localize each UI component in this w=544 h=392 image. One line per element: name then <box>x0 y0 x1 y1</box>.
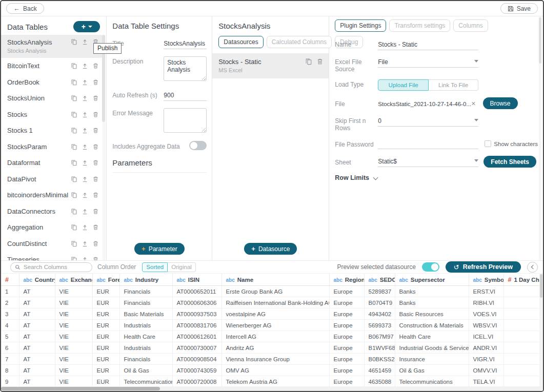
column-header[interactable]: abcSEDOL <box>364 274 395 286</box>
trash-icon[interactable] <box>92 95 99 101</box>
list-item[interactable]: DataConnectors <box>1 203 102 220</box>
copy-icon[interactable] <box>71 159 77 166</box>
list-item[interactable]: Aggregation <box>1 219 102 236</box>
column-header[interactable]: abcCountry <box>19 274 55 286</box>
copy-icon[interactable] <box>71 192 77 198</box>
tab-columns[interactable]: Columns <box>453 19 488 32</box>
column-header[interactable]: abcName <box>221 274 329 286</box>
publish-icon[interactable] <box>82 143 88 150</box>
table-row[interactable]: 4ATVIEEURIndustrialsAT0000831706Wienerbe… <box>1 320 543 331</box>
column-header[interactable]: abcIndustry <box>119 274 172 286</box>
back-button[interactable]: ← Back <box>6 3 44 14</box>
collapse-preview-button[interactable] <box>527 262 538 273</box>
trash-icon[interactable] <box>92 127 99 134</box>
publish-icon[interactable] <box>82 208 88 215</box>
add-data-table-button[interactable]: + <box>73 21 100 32</box>
publish-icon[interactable] <box>82 79 88 86</box>
copy-icon[interactable] <box>71 208 77 215</box>
publish-icon[interactable] <box>82 127 88 134</box>
publish-icon[interactable] <box>82 240 88 247</box>
add-parameter-button[interactable]: + Parameter <box>134 243 185 255</box>
publish-icon[interactable] <box>82 95 88 101</box>
tab-plugin-settings[interactable]: Plugin Settings <box>335 19 386 32</box>
copy-icon[interactable] <box>71 111 77 118</box>
show-characters-checkbox[interactable] <box>485 140 491 147</box>
add-datasource-button[interactable]: + Datasource <box>244 243 297 255</box>
column-header[interactable]: abcISIN <box>172 274 221 286</box>
publish-icon[interactable] <box>82 224 88 231</box>
column-order-sorted[interactable]: Sorted <box>142 262 168 272</box>
list-item[interactable]: StocksAnalysisStocks Analysis <box>1 35 102 58</box>
list-item[interactable]: Timeseries <box>1 252 102 261</box>
list-item[interactable]: CountDistinct <box>1 236 102 252</box>
aggregate-toggle[interactable] <box>189 141 207 150</box>
copy-icon[interactable] <box>71 176 77 182</box>
copy-icon[interactable] <box>305 58 312 65</box>
table-row[interactable]: 3ATVIEEURBasic MaterialsAT0000937503voes… <box>1 308 543 320</box>
list-item[interactable]: Stocks 1 <box>1 122 102 139</box>
column-order-original[interactable]: Original <box>168 262 196 272</box>
list-scrollbar[interactable] <box>103 35 106 261</box>
datasource-item[interactable]: Stocks - Static MS Excel <box>212 53 329 78</box>
trash-icon[interactable] <box>316 58 324 65</box>
trash-icon[interactable] <box>92 192 99 198</box>
table-row[interactable]: 9ATVIEEURTelecommunicationsAT0000720008T… <box>1 376 543 387</box>
column-header[interactable]: abcSymbol <box>469 274 503 286</box>
list-item[interactable]: DataPivot <box>1 171 102 188</box>
column-header[interactable]: #1 Day Chan <box>503 274 543 286</box>
copy-icon[interactable] <box>71 224 77 231</box>
list-item[interactable]: Dataformat <box>1 155 102 171</box>
resize-grip-icon[interactable] <box>202 76 206 80</box>
publish-icon[interactable] <box>82 63 88 69</box>
trash-icon[interactable] <box>92 176 99 182</box>
table-row[interactable]: 7ATVIEEURFinancialsAT0000908504Vienna In… <box>1 354 543 365</box>
column-header[interactable]: abcForex <box>92 274 119 286</box>
trash-icon[interactable] <box>92 224 99 231</box>
save-button[interactable]: Save <box>500 3 538 14</box>
tab-datasources[interactable]: Datasources <box>218 36 263 48</box>
copy-icon[interactable] <box>71 63 77 69</box>
trash-icon[interactable] <box>92 208 99 215</box>
title-input[interactable] <box>164 39 207 49</box>
fetch-sheets-button[interactable]: Fetch Sheets <box>483 156 536 168</box>
table-row[interactable]: 2ATVIEEURFinancialsAT0000606306Raiffeise… <box>1 297 543 308</box>
column-header[interactable]: abcSupersector <box>395 274 469 286</box>
table-row[interactable]: 1ATVIEEURFinancialsAT0000652011Erste Gro… <box>1 286 543 297</box>
copy-icon[interactable] <box>71 127 77 134</box>
copy-icon[interactable] <box>71 79 77 86</box>
list-item[interactable]: Stocks <box>1 107 102 123</box>
resize-grip-icon[interactable] <box>202 128 206 132</box>
trash-icon[interactable] <box>92 111 99 118</box>
search-columns-input[interactable] <box>24 264 88 270</box>
publish-icon[interactable] <box>82 159 88 166</box>
publish-icon[interactable] <box>82 111 88 118</box>
table-row[interactable]: 8ATVIEEUROil & GasAT0000743059OMV AGEuro… <box>1 365 543 376</box>
browse-button[interactable]: Browse <box>483 97 518 109</box>
copy-icon[interactable] <box>71 143 77 150</box>
trash-icon[interactable] <box>92 159 99 166</box>
list-item[interactable]: StocksUnion <box>1 90 102 107</box>
trash-icon[interactable] <box>92 143 99 150</box>
trash-icon[interactable] <box>92 79 99 86</box>
list-item[interactable]: bitcoinordersMinimal <box>1 187 102 203</box>
column-header[interactable]: # <box>1 274 19 286</box>
tab-transform-settings[interactable]: Transform settings <box>389 19 450 32</box>
row-limits-toggle[interactable]: Row Limits <box>335 174 538 181</box>
trash-icon[interactable] <box>92 63 99 69</box>
refresh-preview-button[interactable]: ↺ Refresh Preview <box>446 261 521 273</box>
preview-datasource-toggle[interactable] <box>422 262 439 272</box>
trash-icon[interactable] <box>92 240 99 247</box>
tab-calculated-columns[interactable]: Calculated Columns <box>267 36 332 48</box>
grid-horizontal-scrollbar[interactable] <box>1 386 543 391</box>
name-input[interactable] <box>378 40 478 50</box>
column-header[interactable]: abcExchange <box>55 274 92 286</box>
sheet-select[interactable] <box>378 156 478 167</box>
publish-icon[interactable] <box>82 176 88 182</box>
excel-file-source-select[interactable] <box>378 57 478 68</box>
load-type-link-to-file[interactable]: Link To File <box>429 79 479 91</box>
table-row[interactable]: 5ATVIEEURHealth CareAT0000612601Intercel… <box>1 331 543 342</box>
publish-icon[interactable] <box>82 38 88 45</box>
list-item[interactable]: OrderBook <box>1 74 102 91</box>
copy-icon[interactable] <box>71 38 77 45</box>
skip-rows-select[interactable] <box>378 116 478 127</box>
